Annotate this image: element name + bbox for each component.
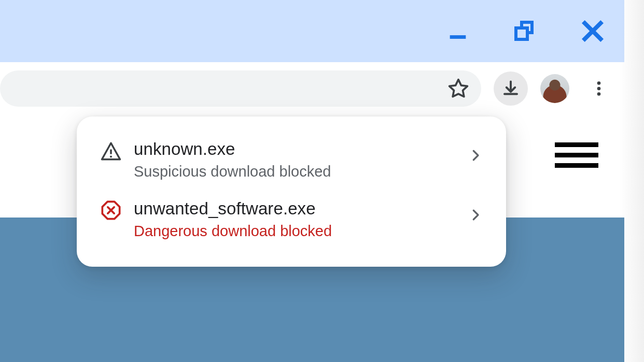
download-filename: unknown.exe: [134, 139, 468, 159]
download-status: Suspicious download blocked: [134, 163, 468, 180]
download-item[interactable]: unwanted_software.exe Dangerous download…: [77, 190, 506, 249]
download-status: Dangerous download blocked: [134, 223, 468, 240]
omnibox[interactable]: [0, 70, 481, 107]
close-button[interactable]: [575, 13, 611, 49]
menu-button[interactable]: [582, 71, 616, 106]
downloads-popup: unknown.exe Suspicious download blocked …: [77, 117, 506, 267]
bookmark-button[interactable]: [444, 74, 473, 103]
svg-point-9: [110, 155, 112, 157]
downloads-button[interactable]: [494, 71, 528, 106]
blocked-octagon-icon: [100, 199, 122, 221]
minimize-icon: [446, 19, 470, 43]
chevron-right-icon: [468, 199, 483, 225]
svg-point-5: [597, 81, 601, 85]
download-text: unwanted_software.exe Dangerous download…: [122, 199, 468, 240]
more-vert-icon: [590, 79, 608, 98]
svg-rect-2: [516, 28, 527, 39]
svg-point-7: [597, 92, 601, 96]
hamburger-icon: [555, 142, 598, 147]
toolbar: [0, 62, 624, 115]
star-outline-icon: [447, 77, 470, 100]
download-tray-icon: [501, 79, 520, 98]
restore-icon: [513, 19, 538, 44]
minimize-button[interactable]: [440, 13, 476, 49]
chevron-right-icon: [468, 139, 483, 165]
browser-window: unknown.exe Suspicious download blocked …: [0, 0, 644, 362]
page-menu-button[interactable]: [555, 142, 598, 168]
svg-point-6: [597, 87, 601, 91]
download-item[interactable]: unknown.exe Suspicious download blocked: [77, 130, 506, 190]
download-filename: unwanted_software.exe: [134, 199, 468, 219]
warning-triangle-icon: [100, 139, 122, 162]
restore-button[interactable]: [507, 13, 543, 49]
close-icon: [581, 19, 605, 43]
window-controls: [440, 0, 624, 62]
download-text: unknown.exe Suspicious download blocked: [122, 139, 468, 180]
profile-avatar[interactable]: [540, 74, 569, 103]
